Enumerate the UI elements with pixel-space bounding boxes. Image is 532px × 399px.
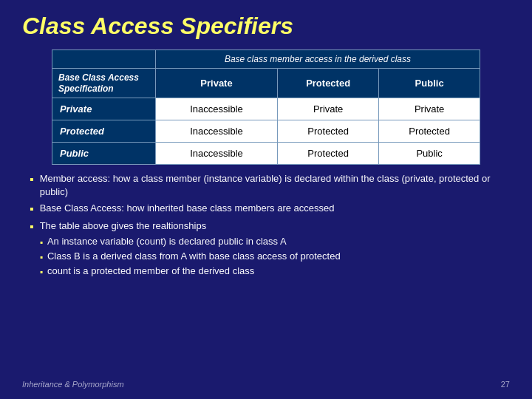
- sub-bullet-icon: ▪: [40, 251, 43, 263]
- sub-bullet-item: ▪count is a protected member of the deri…: [40, 265, 341, 278]
- table-cell: Inaccessible: [156, 120, 278, 142]
- table-cell: Protected: [278, 142, 379, 164]
- table-row: PrivateInaccessiblePrivatePrivate: [52, 98, 480, 120]
- table-wrapper: Base class member access in the derived …: [22, 50, 510, 165]
- table-body: PrivateInaccessiblePrivatePrivateProtect…: [52, 98, 480, 164]
- bullet-item: ▪Member access: how a class member (inst…: [30, 172, 510, 198]
- table-cell: Inaccessible: [156, 98, 278, 120]
- footer-right: 27: [501, 380, 510, 389]
- bullet-item: ▪Base Class Access: how inherited base c…: [30, 202, 510, 216]
- row-header-label: Base Class Access Specification: [52, 69, 156, 98]
- access-table: Base class member access in the derived …: [52, 50, 480, 165]
- table-cell: Public: [379, 142, 480, 164]
- footer: Inheritance & Polymorphism 27: [22, 375, 510, 389]
- span-header: Base class member access in the derived …: [156, 50, 480, 69]
- bullet-icon: ▪: [30, 173, 34, 186]
- footer-left: Inheritance & Polymorphism: [22, 380, 124, 389]
- row-key-cell: Protected: [52, 120, 156, 142]
- sub-bullet-text: Class B is a derived class from A with b…: [47, 250, 341, 263]
- slide: Class Access Specifiers Base class membe…: [0, 0, 532, 399]
- sub-bullet-icon: ▪: [40, 266, 43, 278]
- table-cell: Protected: [379, 120, 480, 142]
- bullet-icon: ▪: [30, 220, 34, 233]
- table-row: ProtectedInaccessibleProtectedProtected: [52, 120, 480, 142]
- table-cell: Protected: [278, 120, 379, 142]
- sub-bullet-item: ▪An instance variable (count) is declare…: [40, 235, 341, 248]
- sub-bullet-icon: ▪: [40, 236, 43, 248]
- table-row: PublicInaccessibleProtectedPublic: [52, 142, 480, 164]
- bullet-item: ▪The table above gives the realtionships…: [30, 219, 510, 279]
- sub-bullet-text: count is a protected member of the deriv…: [47, 265, 254, 278]
- bullets-section: ▪Member access: how a class member (inst…: [22, 172, 510, 283]
- table-cell: Inaccessible: [156, 142, 278, 164]
- bullet-icon: ▪: [30, 202, 34, 216]
- bullet-text: The table above gives the realtionships▪…: [40, 219, 341, 279]
- sub-bullet-item: ▪Class B is a derived class from A with …: [40, 250, 341, 263]
- col-header-public: Public: [379, 69, 480, 98]
- table-cell: Private: [379, 98, 480, 120]
- slide-title: Class Access Specifiers: [22, 13, 510, 39]
- col-header-row: Base Class Access Specification Private …: [52, 69, 480, 98]
- col-header-protected: Protected: [278, 69, 379, 98]
- row-key-cell: Public: [52, 142, 156, 164]
- bullet-text: Member access: how a class member (insta…: [40, 172, 510, 198]
- row-key-cell: Private: [52, 98, 156, 120]
- bullet-text: Base Class Access: how inherited base cl…: [40, 202, 335, 215]
- table-cell: Private: [278, 98, 379, 120]
- col-header-private: Private: [156, 69, 278, 98]
- span-header-row: Base class member access in the derived …: [52, 50, 480, 69]
- sub-bullet-text: An instance variable (count) is declared…: [47, 235, 287, 248]
